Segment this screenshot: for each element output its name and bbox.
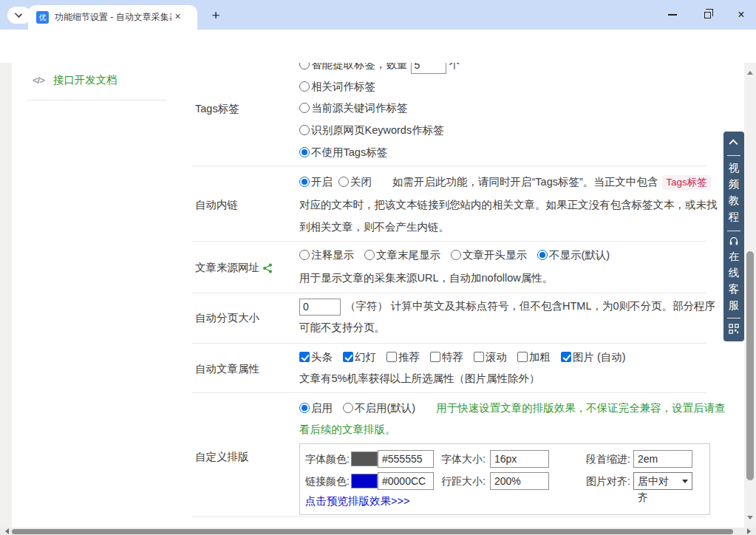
- page-left-gutter: [0, 63, 12, 528]
- tags-option-smart[interactable]: 智能提取标签，数量个: [299, 63, 460, 72]
- video-tutorial-button[interactable]: 视频教程: [728, 160, 740, 225]
- chevron-down-icon: [15, 10, 22, 18]
- new-tab-button[interactable]: +: [207, 7, 225, 24]
- radio-typesetting-enable[interactable]: [299, 403, 310, 413]
- checkbox-label[interactable]: 加粗: [529, 351, 551, 363]
- typesetting-note-1: 用于快速设置文章的排版效果，不保证完全兼容，设置后请查: [436, 402, 726, 414]
- option-label[interactable]: 不显示(默认): [549, 249, 610, 261]
- preview-typesetting-link[interactable]: 点击预览排版效果>>>: [305, 494, 409, 508]
- typesetting-box: 字体颜色: 字体大小: 段首缩进: 链接颜色: 行距大小: 图片对齐: 居中对齐…: [299, 443, 710, 515]
- font-color-input[interactable]: [378, 450, 434, 468]
- line-height-label: 行距大小:: [441, 472, 486, 490]
- font-size-input[interactable]: [490, 450, 549, 468]
- option-label[interactable]: 注释显示: [311, 249, 354, 261]
- radio-page-keywords[interactable]: [299, 125, 310, 135]
- source-label-text: 文章来源网址: [195, 262, 259, 273]
- row-tags: [192, 63, 706, 166]
- browser-toolbar: ← → ucaiyun.com/caiji/settings/ ☆ 井 ⋮: [0, 30, 756, 63]
- checkbox-label[interactable]: 特荐: [442, 351, 463, 363]
- radio-smart-tags[interactable]: [299, 63, 310, 69]
- scroll-up-arrow[interactable]: [747, 68, 753, 75]
- radio-source-end[interactable]: [364, 250, 375, 260]
- vertical-scrollbar[interactable]: [744, 63, 756, 528]
- browser-tab[interactable]: 优 功能细节设置 - 自动文章采集器 ×: [28, 5, 197, 30]
- radio-label-disable[interactable]: 不启用(默认): [355, 402, 415, 414]
- option-label: 智能提取标签，数量: [311, 63, 408, 70]
- option-label: 当前源关键词作标签: [311, 102, 408, 114]
- vertical-scrollbar-thumb[interactable]: [746, 251, 754, 480]
- checkbox-label[interactable]: 幻灯: [355, 351, 376, 363]
- font-color-swatch[interactable]: [351, 451, 378, 466]
- radio-label-on[interactable]: 开启: [311, 176, 333, 188]
- link-color-label: 链接颜色:: [305, 472, 350, 490]
- radio-related-words[interactable]: [299, 81, 310, 92]
- site-favicon: 优: [36, 11, 49, 24]
- innerlink-desc-3: 到相关文章，则不会产生内链。: [299, 219, 449, 235]
- tab-title: 功能细节设置 - 自动文章采集器: [55, 11, 171, 24]
- headset-icon[interactable]: [729, 236, 739, 246]
- radio-innerlink-off[interactable]: [338, 177, 349, 187]
- radio-source-keyword[interactable]: [299, 103, 310, 113]
- checkbox-headline[interactable]: [299, 352, 310, 362]
- settings-table: Tags标签 智能提取标签，数量个 相关词作标签 当前源关键词作标签 识别原网页…: [192, 63, 706, 528]
- close-window-button[interactable]: ×: [729, 0, 754, 30]
- online-service-button[interactable]: 在线客服: [728, 248, 740, 313]
- scroll-left-arrow[interactable]: [2, 528, 9, 534]
- checkbox-image[interactable]: [561, 352, 571, 362]
- checkbox-slide[interactable]: [343, 352, 353, 362]
- share-icon: [262, 262, 273, 278]
- option-label[interactable]: 文章开头显示: [463, 249, 527, 261]
- typesetting-note-2: 看后续的文章排版。: [299, 421, 396, 437]
- toolbar-divider: [727, 318, 740, 318]
- tags-option-related[interactable]: 相关词作标签: [299, 78, 375, 95]
- restore-button[interactable]: [695, 0, 720, 30]
- horizontal-scrollbar-thumb[interactable]: [12, 529, 733, 534]
- attrs-checkboxes: 头条幻灯推荐特荐滚动加粗图片 (自动): [299, 349, 626, 365]
- tags-option-source-keyword[interactable]: 当前源关键词作标签: [299, 100, 408, 116]
- smart-tag-count-input[interactable]: [411, 63, 446, 74]
- line-height-input[interactable]: [490, 472, 549, 490]
- sidebar-item-api-docs[interactable]: </>接口开发文档: [33, 72, 118, 88]
- font-size-label: 字体大小:: [441, 450, 486, 468]
- checkbox-special[interactable]: [430, 352, 440, 362]
- checkbox-scroll[interactable]: [474, 352, 484, 362]
- checkbox-recommend[interactable]: [386, 352, 397, 362]
- source-row-label: 文章来源网址: [195, 259, 273, 276]
- checkbox-bold[interactable]: [517, 352, 528, 362]
- innerlink-desc-1: 如需开启此功能，请同时开启“Tags标签”。当正文中包含: [392, 176, 658, 188]
- link-color-input[interactable]: [378, 472, 434, 490]
- radio-source-hidden[interactable]: [537, 250, 548, 260]
- pagination-controls: （字符） 计算中英文及其标点符号，但不包含HTML，为0则不分页。部分程序: [299, 298, 715, 314]
- qr-code-icon[interactable]: [729, 324, 739, 334]
- checkbox-label[interactable]: 推荐: [398, 351, 420, 363]
- tags-option-page-keywords[interactable]: 识别原网页Keywords作标签: [299, 122, 444, 138]
- attrs-row-label: 自动文章属性: [195, 361, 259, 377]
- radio-typesetting-disable[interactable]: [343, 403, 353, 413]
- checkbox-label[interactable]: 滚动: [486, 351, 507, 363]
- tab-close-icon[interactable]: ×: [171, 11, 184, 24]
- radio-label-enable[interactable]: 启用: [311, 402, 333, 414]
- radio-label-off[interactable]: 关闭: [350, 176, 372, 188]
- checkbox-label[interactable]: 头条: [311, 351, 333, 363]
- scroll-right-arrow[interactable]: [747, 528, 754, 534]
- radio-source-start[interactable]: [451, 250, 461, 260]
- source-options: 注释显示文章末尾显示文章开头显示不显示(默认): [299, 247, 610, 263]
- scroll-down-arrow[interactable]: [747, 516, 753, 522]
- pagination-size-input[interactable]: [299, 299, 341, 316]
- link-color-swatch[interactable]: [351, 474, 378, 488]
- option-label[interactable]: 文章末尾显示: [376, 249, 440, 261]
- tags-option-none[interactable]: 不使用Tags标签: [299, 144, 387, 160]
- minimize-icon: [668, 14, 677, 16]
- radio-innerlink-on[interactable]: [299, 177, 310, 187]
- checkbox-label[interactable]: 图片 (自动): [573, 351, 626, 363]
- minimize-button[interactable]: [660, 0, 685, 30]
- source-help: 用于显示文章的采集来源URL，自动加nofollow属性。: [299, 270, 553, 286]
- radio-source-comment[interactable]: [299, 250, 310, 260]
- radio-no-tags[interactable]: [299, 147, 310, 157]
- horizontal-scrollbar[interactable]: [0, 528, 756, 535]
- img-align-select[interactable]: 居中对齐: [633, 472, 692, 490]
- sidebar-doc-label: 接口开发文档: [53, 74, 118, 86]
- indent-input[interactable]: [633, 450, 692, 468]
- back-to-top-icon[interactable]: [729, 139, 738, 148]
- page-content: </>接口开发文档 Tags标签 智能提取标签，数量个 相关词作标签 当前源关键…: [0, 63, 744, 528]
